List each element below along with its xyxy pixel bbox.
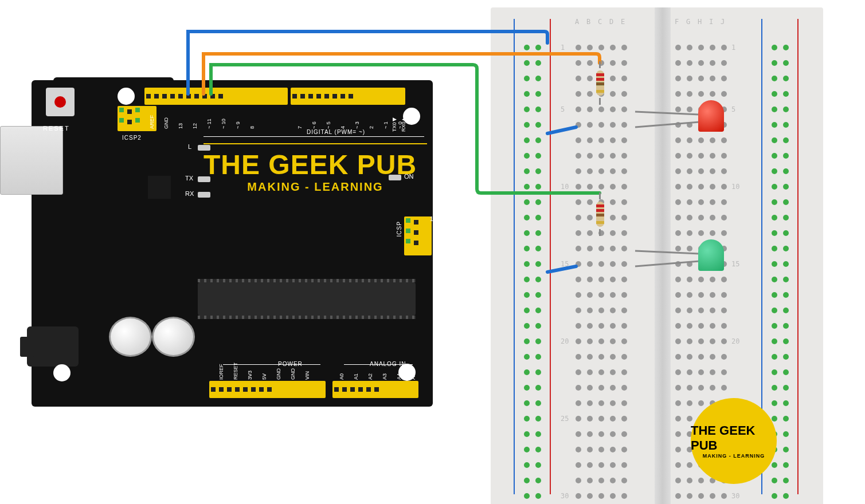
tiepoint[interactable]	[598, 400, 604, 406]
reset-button[interactable]	[46, 88, 75, 116]
tiepoint[interactable]	[621, 277, 627, 282]
tiepoint[interactable]	[710, 168, 715, 174]
tiepoint[interactable]	[621, 153, 627, 159]
rail-tiepoint[interactable]	[524, 338, 530, 344]
tiepoint[interactable]	[576, 277, 581, 282]
tiepoint[interactable]	[587, 45, 593, 50]
rail-tiepoint[interactable]	[535, 153, 541, 159]
rail-tiepoint[interactable]	[535, 385, 541, 391]
tiepoint[interactable]	[698, 137, 704, 143]
tiepoint[interactable]	[576, 462, 581, 468]
rail-tiepoint[interactable]	[535, 184, 541, 190]
rail-tiepoint[interactable]	[535, 308, 541, 313]
rail-tiepoint[interactable]	[772, 153, 777, 159]
tiepoint[interactable]	[576, 385, 581, 391]
tiepoint[interactable]	[721, 308, 727, 313]
rail-tiepoint[interactable]	[783, 400, 789, 406]
tiepoint[interactable]	[621, 76, 627, 81]
rail-tiepoint[interactable]	[772, 261, 777, 267]
tiepoint[interactable]	[610, 122, 616, 128]
tiepoint[interactable]	[687, 478, 692, 483]
tiepoint[interactable]	[698, 369, 704, 375]
rail-tiepoint[interactable]	[524, 45, 530, 50]
rail-tiepoint[interactable]	[783, 199, 789, 205]
tiepoint[interactable]	[687, 400, 692, 406]
tiepoint[interactable]	[610, 107, 616, 112]
tiepoint[interactable]	[687, 292, 692, 298]
tiepoint[interactable]	[710, 137, 715, 143]
analog-header[interactable]	[332, 381, 418, 398]
tiepoint[interactable]	[610, 308, 616, 313]
tiepoint[interactable]	[598, 45, 604, 50]
tiepoint[interactable]	[721, 354, 727, 360]
tiepoint[interactable]	[710, 493, 715, 499]
tiepoint[interactable]	[576, 76, 581, 81]
rail-tiepoint[interactable]	[772, 323, 777, 329]
tiepoint[interactable]	[610, 338, 616, 344]
tiepoint[interactable]	[675, 369, 681, 375]
tiepoint[interactable]	[587, 215, 593, 220]
tiepoint[interactable]	[587, 416, 593, 422]
tiepoint[interactable]	[698, 91, 704, 97]
rail-tiepoint[interactable]	[772, 122, 777, 128]
tiepoint[interactable]	[721, 230, 727, 236]
tiepoint[interactable]	[587, 462, 593, 468]
tiepoint[interactable]	[675, 277, 681, 282]
tiepoint[interactable]	[610, 400, 616, 406]
tiepoint[interactable]	[598, 308, 604, 313]
tiepoint[interactable]	[621, 292, 627, 298]
rail-tiepoint[interactable]	[524, 215, 530, 220]
rail-tiepoint[interactable]	[535, 137, 541, 143]
tiepoint[interactable]	[675, 261, 681, 267]
tiepoint[interactable]	[675, 215, 681, 220]
tiepoint[interactable]	[675, 400, 681, 406]
tiepoint[interactable]	[587, 478, 593, 483]
rail-tiepoint[interactable]	[772, 400, 777, 406]
tiepoint[interactable]	[721, 292, 727, 298]
rail-tiepoint[interactable]	[524, 76, 530, 81]
digital-header-1[interactable]	[144, 88, 288, 105]
rail-tiepoint[interactable]	[535, 215, 541, 220]
rail-tiepoint[interactable]	[783, 215, 789, 220]
rail-tiepoint[interactable]	[783, 60, 789, 66]
tiepoint[interactable]	[710, 277, 715, 282]
tiepoint[interactable]	[675, 323, 681, 329]
rail-tiepoint[interactable]	[772, 168, 777, 174]
tiepoint[interactable]	[710, 308, 715, 313]
rail-tiepoint[interactable]	[524, 199, 530, 205]
tiepoint[interactable]	[710, 215, 715, 220]
tiepoint[interactable]	[587, 400, 593, 406]
tiepoint[interactable]	[576, 199, 581, 205]
tiepoint[interactable]	[598, 184, 604, 190]
tiepoint[interactable]	[621, 400, 627, 406]
tiepoint[interactable]	[576, 122, 581, 128]
tiepoint[interactable]	[610, 230, 616, 236]
tiepoint[interactable]	[698, 292, 704, 298]
tiepoint[interactable]	[675, 431, 681, 437]
tiepoint[interactable]	[610, 385, 616, 391]
tiepoint[interactable]	[721, 76, 727, 81]
rail-tiepoint[interactable]	[783, 416, 789, 422]
rail-tiepoint[interactable]	[783, 122, 789, 128]
rail-tiepoint[interactable]	[783, 447, 789, 452]
icsp-header[interactable]	[404, 216, 432, 255]
tiepoint[interactable]	[598, 447, 604, 452]
rail-tiepoint[interactable]	[772, 354, 777, 360]
rail-tiepoint[interactable]	[535, 60, 541, 66]
tiepoint[interactable]	[710, 91, 715, 97]
rail-tiepoint[interactable]	[783, 462, 789, 468]
tiepoint[interactable]	[710, 354, 715, 360]
rail-tiepoint[interactable]	[772, 199, 777, 205]
tiepoint[interactable]	[675, 462, 681, 468]
tiepoint[interactable]	[576, 354, 581, 360]
tiepoint[interactable]	[621, 107, 627, 112]
rail-tiepoint[interactable]	[772, 60, 777, 66]
tiepoint[interactable]	[610, 76, 616, 81]
tiepoint[interactable]	[610, 462, 616, 468]
tiepoint[interactable]	[610, 153, 616, 159]
rail-tiepoint[interactable]	[772, 338, 777, 344]
rail-tiepoint[interactable]	[524, 60, 530, 66]
tiepoint[interactable]	[610, 261, 616, 267]
rail-tiepoint[interactable]	[524, 400, 530, 406]
tiepoint[interactable]	[675, 246, 681, 251]
